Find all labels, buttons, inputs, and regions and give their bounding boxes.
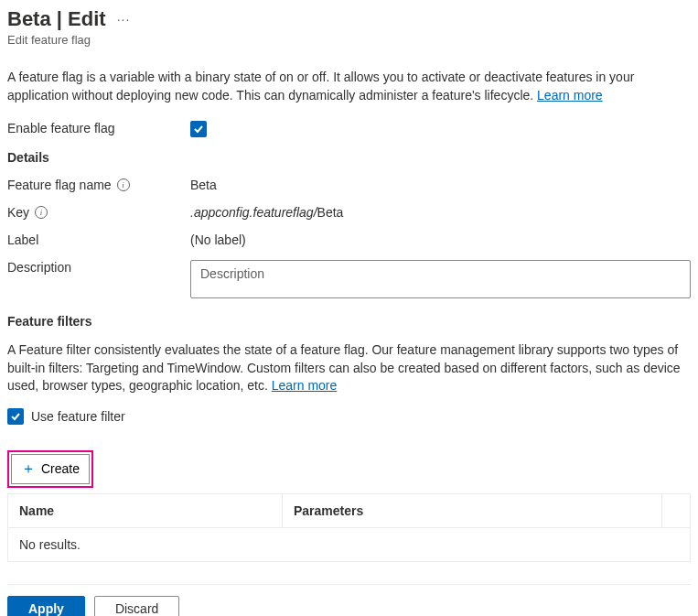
create-button-highlight: ＋ Create (7, 450, 93, 488)
description-input[interactable] (190, 260, 691, 298)
more-menu-icon[interactable]: ··· (117, 12, 131, 27)
info-icon[interactable]: i (35, 206, 48, 219)
page-title: Beta | Edit (7, 7, 106, 31)
filters-table: Name Parameters No results. (7, 493, 691, 562)
key-prefix: .appconfig.featureflag/ (190, 205, 317, 220)
intro-text: A feature flag is a variable with a bina… (7, 69, 684, 104)
name-value: Beta (190, 178, 691, 192)
enable-flag-checkbox[interactable] (190, 121, 207, 137)
apply-button[interactable]: Apply (7, 596, 85, 616)
key-label: Key (7, 205, 29, 220)
enable-flag-label: Enable feature flag (7, 121, 190, 135)
col-actions (662, 494, 690, 527)
info-icon[interactable]: i (117, 178, 130, 191)
filters-heading: Feature filters (7, 314, 691, 329)
name-label: Feature flag name (7, 178, 112, 192)
intro-learn-more-link[interactable]: Learn more (537, 88, 603, 103)
create-button-label: Create (41, 461, 80, 476)
use-filter-label: Use feature filter (31, 409, 125, 424)
create-filter-button[interactable]: ＋ Create (11, 454, 90, 484)
filters-intro: A Feature filter consistently evaluates … (7, 341, 684, 395)
col-name: Name (8, 494, 283, 527)
plus-icon: ＋ (21, 459, 36, 479)
description-label: Description (7, 260, 190, 275)
footer-bar: Apply Discard (7, 584, 691, 616)
col-params: Parameters (283, 494, 662, 527)
use-filter-checkbox[interactable] (7, 408, 24, 425)
page-subtitle: Edit feature flag (7, 33, 691, 47)
details-heading: Details (7, 150, 691, 165)
table-header: Name Parameters (8, 494, 690, 528)
key-value: .appconfig.featureflag/Beta (190, 205, 691, 220)
label-value: (No label) (190, 232, 691, 247)
key-suffix: Beta (317, 205, 344, 220)
filters-intro-body: A Feature filter consistently evaluates … (7, 342, 681, 393)
filters-learn-more-link[interactable]: Learn more (272, 378, 338, 393)
table-empty: No results. (8, 528, 690, 561)
discard-button[interactable]: Discard (94, 596, 179, 616)
label-label: Label (7, 232, 190, 247)
